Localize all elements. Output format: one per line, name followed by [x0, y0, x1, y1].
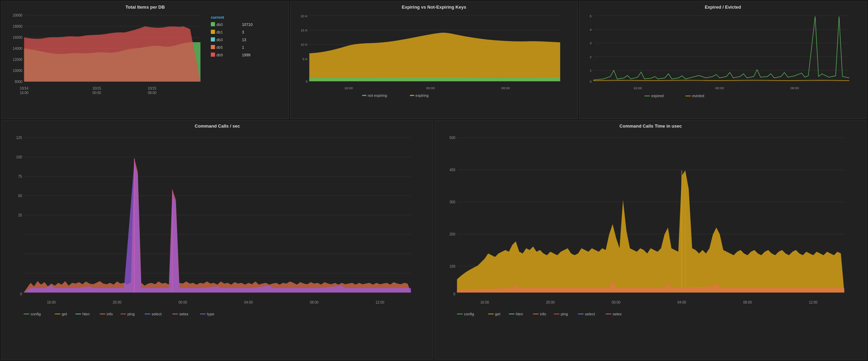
svg-text:100: 100 [450, 265, 455, 268]
svg-text:16:00: 16:00 [633, 86, 642, 90]
svg-text:08:00: 08:00 [148, 91, 156, 95]
top-row: Total Items per DB 20000 18000 16000 140… [1, 1, 867, 119]
svg-text:0: 0 [20, 292, 22, 296]
svg-text:0: 0 [306, 80, 308, 83]
svg-text:14000: 14000 [13, 47, 22, 50]
svg-rect-24 [211, 30, 215, 34]
svg-text:4: 4 [590, 28, 592, 31]
chart-cmd-time: 500 400 300 200 100 0 16:00 20:00 [438, 131, 863, 332]
svg-text:16:00: 16:00 [47, 300, 56, 304]
svg-text:20 K: 20 K [301, 14, 308, 18]
svg-text:db1: db1 [216, 30, 223, 34]
svg-text:00:00: 00:00 [92, 91, 101, 95]
panel-title-expired: Expired / Evicted [583, 4, 863, 10]
panel-title-cmd-calls: Command Calls / sec [5, 123, 430, 129]
svg-text:16:00: 16:00 [20, 91, 28, 95]
svg-text:5: 5 [590, 14, 592, 18]
svg-text:config: config [31, 312, 41, 316]
panel-expired-evicted: Expired / Evicted 5 4 3 2 1 0 [579, 1, 867, 119]
svg-text:20:00: 20:00 [546, 300, 555, 304]
svg-text:0: 0 [590, 80, 592, 83]
svg-text:select: select [585, 312, 595, 316]
svg-text:08:00: 08:00 [501, 86, 510, 90]
svg-text:20000: 20000 [13, 13, 22, 17]
svg-text:1999: 1999 [242, 53, 250, 57]
svg-text:current: current [211, 15, 224, 19]
svg-text:12:00: 12:00 [809, 300, 818, 304]
svg-text:100: 100 [16, 155, 22, 159]
svg-text:10/15: 10/15 [92, 86, 101, 90]
svg-text:get: get [62, 312, 67, 316]
svg-rect-27 [211, 37, 215, 41]
svg-rect-50 [362, 95, 367, 96]
svg-text:setex: setex [179, 312, 189, 316]
svg-text:00:00: 00:00 [612, 300, 620, 304]
svg-text:evicted: evicted [692, 94, 704, 98]
svg-text:04:00: 04:00 [677, 300, 686, 304]
svg-text:125: 125 [16, 136, 22, 140]
svg-text:10 K: 10 K [301, 43, 308, 46]
panel-expiring-keys: Expiring vs Not-Expiring Keys 20 K 15 K … [290, 1, 578, 119]
panel-total-items: Total Items per DB 20000 18000 16000 140… [1, 1, 289, 119]
panel-title-total-items: Total Items per DB [5, 4, 285, 10]
svg-text:type: type [207, 312, 214, 316]
svg-text:13: 13 [242, 38, 246, 42]
svg-text:16:00: 16:00 [344, 86, 353, 90]
svg-rect-33 [211, 53, 215, 57]
panel-cmd-time: Command Calls Time in usec 500 400 300 2… [435, 120, 867, 360]
panel-cmd-calls: Command Calls / sec 125 100 75 [1, 120, 433, 360]
svg-rect-30 [211, 45, 215, 49]
chart-cmd-calls: 125 100 75 50 25 0 16:00 20 [5, 131, 430, 332]
svg-text:18000: 18000 [13, 25, 22, 28]
svg-text:12000: 12000 [13, 58, 22, 62]
svg-text:setex: setex [613, 312, 622, 316]
chart-total-items: 20000 18000 16000 14000 12000 10000 8000… [5, 12, 285, 102]
panel-title-cmd-time: Command Calls Time in usec [438, 123, 863, 129]
svg-text:10710: 10710 [242, 22, 253, 27]
chart-expiring: 20 K 15 K 10 K 5 K 0 16:00 00:00 08:00 [294, 12, 574, 102]
svg-text:08:00: 08:00 [743, 300, 752, 304]
svg-rect-52 [410, 95, 414, 96]
svg-text:db3: db3 [216, 38, 223, 42]
svg-text:00:00: 00:00 [426, 86, 435, 90]
svg-text:16:00: 16:00 [480, 300, 489, 304]
svg-text:3: 3 [590, 41, 592, 45]
svg-text:expired: expired [651, 94, 664, 98]
dashboard: Total Items per DB 20000 18000 16000 140… [0, 0, 868, 361]
svg-text:db0: db0 [216, 22, 223, 27]
svg-text:300: 300 [450, 200, 455, 204]
bottom-row: Command Calls / sec 125 100 75 [1, 120, 867, 360]
svg-text:db5: db5 [216, 45, 223, 49]
svg-text:08:00: 08:00 [790, 86, 799, 90]
svg-text:25: 25 [18, 213, 22, 217]
svg-text:1: 1 [242, 45, 244, 49]
svg-text:20:00: 20:00 [113, 300, 121, 304]
svg-text:8000: 8000 [15, 80, 22, 84]
svg-rect-21 [211, 22, 215, 26]
svg-text:hlen: hlen [83, 312, 90, 316]
svg-text:hlen: hlen [516, 312, 523, 316]
svg-text:expiring: expiring [416, 93, 429, 98]
chart-expired: 5 4 3 2 1 0 16:00 00:00 08:00 [583, 12, 863, 102]
svg-text:5 K: 5 K [303, 57, 308, 61]
svg-text:15 K: 15 K [301, 28, 308, 32]
svg-text:500: 500 [450, 136, 455, 140]
svg-text:200: 200 [450, 232, 455, 236]
svg-text:00:00: 00:00 [178, 300, 187, 304]
svg-text:50: 50 [18, 194, 22, 198]
svg-text:16000: 16000 [13, 36, 22, 39]
svg-text:get: get [495, 312, 500, 316]
svg-text:ping: ping [128, 312, 135, 316]
svg-text:config: config [464, 312, 474, 316]
svg-text:select: select [152, 312, 162, 316]
svg-text:info: info [540, 312, 546, 316]
svg-text:3: 3 [242, 30, 244, 34]
svg-text:00:00: 00:00 [715, 86, 724, 90]
panel-title-expiring: Expiring vs Not-Expiring Keys [294, 4, 574, 10]
svg-text:1: 1 [590, 68, 591, 72]
svg-text:db9: db9 [216, 53, 223, 57]
svg-text:0: 0 [453, 292, 455, 296]
svg-text:10/14: 10/14 [20, 86, 28, 90]
svg-text:75: 75 [18, 175, 22, 178]
svg-text:info: info [107, 312, 113, 316]
